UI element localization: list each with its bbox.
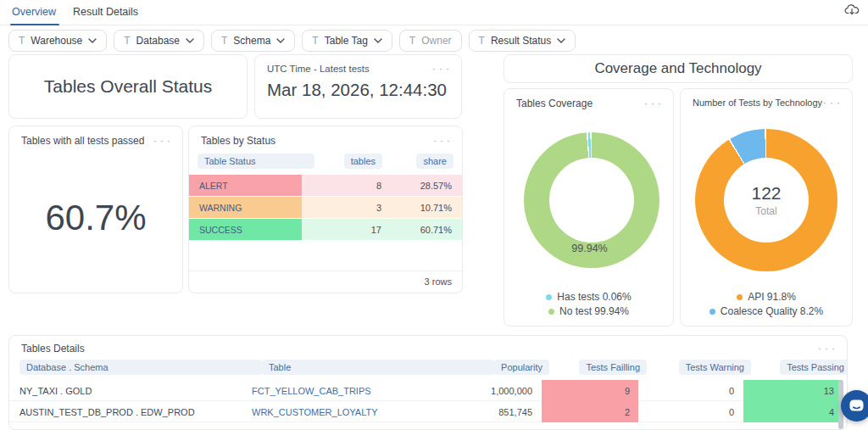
tests-passed-title: Tables with all tests passed	[21, 135, 144, 147]
text-filter-icon: T	[409, 35, 415, 47]
tests-passing-cell: 13	[743, 380, 843, 401]
card-tests-passed: Tables with all tests passed 60.7%	[8, 126, 183, 293]
chevron-down-icon	[186, 38, 194, 43]
column-header-popularity[interactable]: Popularity	[494, 360, 549, 375]
legend-label: API 91.8%	[748, 291, 796, 303]
filter-result-status-label: Result Status	[491, 35, 551, 47]
tables-details-title: Tables Details	[21, 343, 85, 355]
status-label: ALERT	[189, 175, 302, 196]
card-tables-by-status: Tables by Status Table Status tables sha…	[188, 126, 463, 293]
status-share-value: 28.57%	[392, 175, 462, 196]
more-menu-icon[interactable]	[644, 99, 661, 108]
utc-time-title: UTC Time - Latest tests	[267, 64, 370, 74]
table-row[interactable]: AUSTIN_TEST_DB_PROD . EDW_PROD WRK_CUSTO…	[9, 401, 847, 422]
more-menu-icon[interactable]	[432, 64, 449, 73]
tables-coverage-title: Tables Coverage	[516, 98, 593, 109]
database-schema-cell: NY_TAXI . GOLD	[9, 380, 252, 401]
card-tables-details: Tables Details Database . Schema Table P…	[8, 335, 848, 430]
overall-status-title: Tables Overall Status	[44, 76, 212, 97]
filter-schema-label: Schema	[233, 35, 270, 47]
tests-warning-cell: 0	[638, 401, 743, 422]
chevron-down-icon	[276, 38, 285, 43]
card-tables-coverage: Tables Coverage 99.94% Has tests 0.06% N…	[504, 88, 674, 327]
chevron-down-icon	[88, 38, 97, 43]
legend-item[interactable]: Coalesce Quality 8.2%	[709, 305, 823, 317]
chat-bubble-icon	[849, 399, 865, 413]
legend-item[interactable]: No test 99.94%	[548, 305, 629, 317]
column-header-database-schema[interactable]: Database . Schema	[19, 360, 262, 375]
column-header-tests-failing[interactable]: Tests Failling	[579, 360, 647, 375]
filter-warehouse[interactable]: T Warehouse	[8, 30, 107, 52]
text-filter-icon: T	[19, 35, 25, 47]
dashboard: Overview Result Details T Warehouse T Da…	[0, 0, 868, 430]
filter-owner-placeholder: Owner	[421, 35, 451, 47]
legend-dot	[548, 309, 554, 315]
status-share-value: 60.71%	[392, 219, 462, 240]
legend-dot	[737, 294, 743, 300]
text-filter-icon: T	[221, 35, 227, 47]
status-row-success[interactable]: SUCCESS 17 60.71%	[189, 219, 462, 240]
more-menu-icon[interactable]	[818, 344, 835, 353]
chat-launcher-button[interactable]	[841, 390, 868, 422]
column-header-share[interactable]: share	[416, 154, 453, 169]
filter-schema[interactable]: T Schema	[211, 30, 295, 52]
card-utc-time: UTC Time - Latest tests Mar 18, 2026, 12…	[254, 54, 462, 119]
table-row[interactable]: NY_TAXI . GOLD FCT_YELLOW_CAB_TRIPS 1,00…	[9, 380, 847, 401]
tests-by-technology-title: Number of Tests by Technology	[693, 98, 822, 108]
text-filter-icon: T	[124, 35, 130, 47]
filter-bar: T Warehouse T Database T Schema T Table …	[8, 30, 576, 52]
filter-owner[interactable]: T Owner	[399, 30, 462, 52]
status-row-warning[interactable]: WARNING 3 10.71%	[189, 197, 462, 218]
tables-by-status-header: Table Status tables share	[189, 147, 462, 175]
technology-legend: API 91.8% Coalesce Quality 8.2%	[681, 291, 852, 317]
card-coverage-and-technology-header: Coverage and Technology	[504, 54, 853, 83]
column-header-table-status[interactable]: Table Status	[198, 154, 314, 169]
text-filter-icon: T	[479, 35, 485, 47]
more-menu-icon[interactable]	[153, 137, 170, 145]
tab-result-details[interactable]: Result Details	[73, 6, 138, 18]
filter-table-tag[interactable]: T Table Tag	[302, 30, 392, 52]
card-tables-overall-status: Tables Overall Status	[8, 54, 248, 119]
popularity-cell: 1,000,000	[484, 380, 541, 401]
active-tab-underline	[10, 24, 59, 25]
tab-overview[interactable]: Overview	[12, 6, 56, 18]
legend-item[interactable]: Has tests 0.06%	[546, 291, 631, 303]
tests-warning-cell: 0	[638, 380, 743, 401]
coverage-legend: Has tests 0.06% No test 99.94%	[504, 291, 673, 317]
tables-by-status-title: Tables by Status	[201, 135, 275, 147]
legend-item[interactable]: API 91.8%	[737, 291, 796, 303]
status-tables-value: 8	[302, 175, 392, 196]
status-share-value: 10.71%	[392, 197, 462, 218]
filter-database[interactable]: T Database	[114, 30, 204, 52]
column-header-tests-warning[interactable]: Tests Warning	[679, 360, 751, 375]
status-row-alert[interactable]: ALERT 8 28.57%	[189, 175, 462, 196]
table-link[interactable]: FCT_YELLOW_CAB_TRIPS	[252, 380, 484, 401]
filter-result-status[interactable]: T Result Status	[469, 30, 576, 52]
table-link[interactable]: WRK_CUSTOMER_LOYALTY	[252, 401, 484, 422]
more-menu-icon[interactable]	[433, 137, 450, 145]
popularity-cell: 851,745	[484, 401, 541, 422]
coverage-section-title: Coverage and Technology	[594, 60, 761, 77]
column-header-table[interactable]: Table	[262, 360, 494, 375]
column-header-tables[interactable]: tables	[344, 154, 382, 169]
text-filter-icon: T	[312, 35, 318, 47]
card-tests-by-technology: Number of Tests by Technology 122 Total …	[680, 88, 853, 327]
legend-label: No test 99.94%	[559, 305, 629, 317]
total-tests-label: Total	[755, 205, 776, 217]
tab-bar: Overview Result Details	[0, 0, 868, 25]
row-count-label: 3 rows	[189, 271, 462, 293]
more-menu-icon[interactable]	[823, 98, 840, 107]
tests-passing-cell: 4	[743, 401, 843, 422]
tests-passed-value: 60.7%	[9, 198, 182, 238]
coverage-slice-label: 99.94%	[504, 243, 675, 254]
chevron-down-icon	[374, 38, 382, 43]
database-schema-cell: AUSTIN_TEST_DB_PROD . EDW_PROD	[9, 401, 252, 422]
status-label: WARNING	[189, 197, 302, 218]
status-label: SUCCESS	[189, 219, 302, 240]
filter-database-label: Database	[136, 35, 180, 47]
tests-failing-cell: 9	[541, 380, 638, 401]
column-header-tests-passing[interactable]: Tests Passing	[780, 360, 848, 375]
filter-table-tag-label: Table Tag	[325, 35, 368, 47]
cloud-download-icon[interactable]	[844, 3, 860, 17]
legend-dot	[546, 294, 552, 300]
